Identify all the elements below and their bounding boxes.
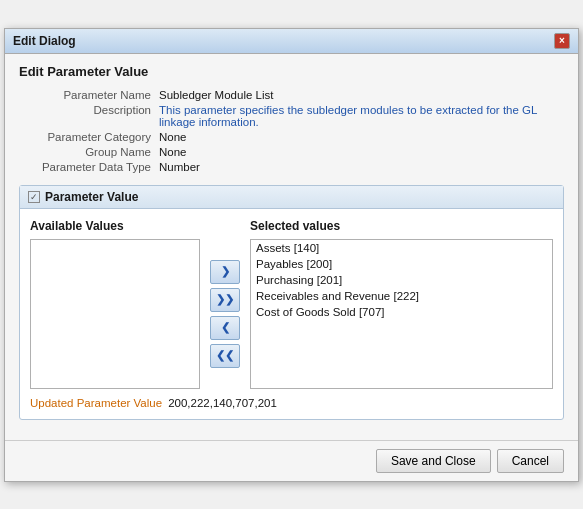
columns-header: Available Values Selected values: [30, 219, 553, 233]
param-section-header: ✓ Parameter Value: [20, 186, 563, 209]
category-row: Parameter Category None: [19, 131, 564, 143]
param-value-label: Parameter Value: [45, 190, 138, 204]
updated-row: Updated Parameter Value 200,222,140,707,…: [30, 397, 553, 409]
description-label: Description: [19, 104, 159, 116]
updated-value: 200,222,140,707,201: [168, 397, 277, 409]
expand-icon[interactable]: ✓: [28, 191, 40, 203]
description-value: This parameter specifies the subledger m…: [159, 104, 564, 128]
available-list[interactable]: [30, 239, 200, 389]
updated-label: Updated Parameter Value: [30, 397, 162, 409]
selected-col-header: Selected values: [250, 219, 553, 233]
dialog-footer: Save and Close Cancel: [5, 440, 578, 481]
param-content: Available Values Selected values ❯ ❯❯ ❮ …: [20, 209, 563, 419]
group-name-value: None: [159, 146, 187, 158]
available-col-header: Available Values: [30, 219, 200, 233]
save-and-close-button[interactable]: Save and Close: [376, 449, 491, 473]
add-all-button[interactable]: ❯❯: [210, 288, 240, 312]
list-item[interactable]: Assets [140]: [251, 240, 552, 256]
cancel-button[interactable]: Cancel: [497, 449, 564, 473]
dialog-titlebar: Edit Dialog ×: [5, 29, 578, 54]
dialog-title: Edit Dialog: [13, 34, 76, 48]
category-value: None: [159, 131, 187, 143]
edit-dialog: Edit Dialog × Edit Parameter Value Param…: [4, 28, 579, 482]
param-name-label: Parameter Name: [19, 89, 159, 101]
lists-row: ❯ ❯❯ ❮ ❮❮ Assets [140]Payables [200]Purc…: [30, 239, 553, 389]
param-name-row: Parameter Name Subledger Module List: [19, 89, 564, 101]
close-button[interactable]: ×: [554, 33, 570, 49]
param-value-section: ✓ Parameter Value Available Values Selec…: [19, 185, 564, 420]
transfer-col-spacer: [200, 219, 250, 233]
param-name-value: Subledger Module List: [159, 89, 273, 101]
transfer-buttons: ❯ ❯❯ ❮ ❮❮: [200, 239, 250, 389]
parameter-info: Parameter Name Subledger Module List Des…: [19, 89, 564, 173]
list-item[interactable]: Purchasing [201]: [251, 272, 552, 288]
edit-section-title: Edit Parameter Value: [19, 64, 564, 79]
group-name-row: Group Name None: [19, 146, 564, 158]
list-item[interactable]: Payables [200]: [251, 256, 552, 272]
dialog-body: Edit Parameter Value Parameter Name Subl…: [5, 54, 578, 440]
data-type-row: Parameter Data Type Number: [19, 161, 564, 173]
list-item[interactable]: Receivables and Revenue [222]: [251, 288, 552, 304]
selected-list[interactable]: Assets [140]Payables [200]Purchasing [20…: [250, 239, 553, 389]
data-type-value: Number: [159, 161, 200, 173]
category-label: Parameter Category: [19, 131, 159, 143]
data-type-label: Parameter Data Type: [19, 161, 159, 173]
group-name-label: Group Name: [19, 146, 159, 158]
remove-button[interactable]: ❮: [210, 316, 240, 340]
description-row: Description This parameter specifies the…: [19, 104, 564, 128]
list-item[interactable]: Cost of Goods Sold [707]: [251, 304, 552, 320]
add-button[interactable]: ❯: [210, 260, 240, 284]
remove-all-button[interactable]: ❮❮: [210, 344, 240, 368]
